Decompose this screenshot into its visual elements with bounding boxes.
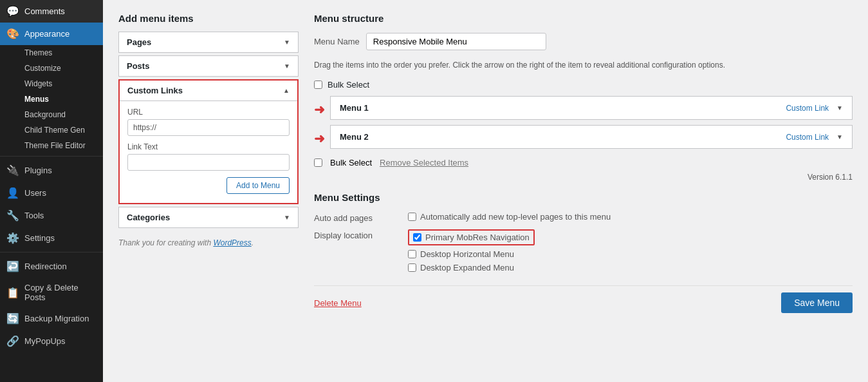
url-input[interactable]	[127, 119, 290, 136]
menu-item-2-chevron-icon[interactable]: ▼	[836, 133, 843, 140]
menu-item-1-chevron-icon[interactable]: ▼	[836, 104, 843, 111]
posts-chevron-icon: ▼	[284, 62, 290, 70]
menu-structure-title: Menu structure	[314, 13, 853, 24]
add-menu-items-panel: Add menu items Pages ▼ Posts ▼ Custom Li…	[118, 13, 299, 247]
desktop-horizontal-label: Desktop Horizontal Menu	[420, 249, 514, 259]
tools-icon: 🔧	[6, 209, 19, 222]
menu-name-label: Menu Name	[314, 37, 360, 46]
sidebar-item-customize[interactable]: Customize	[18, 61, 103, 76]
custom-links-body: URL Link Text Add to Menu	[120, 100, 297, 203]
bulk-select-bottom-checkbox[interactable]	[314, 158, 322, 167]
sidebar-item-copy-delete-posts[interactable]: 📋 Copy & Delete Posts	[0, 278, 103, 307]
bottom-bar: Delete Menu Save Menu	[314, 285, 853, 313]
pages-accordion: Pages ▼	[118, 32, 299, 53]
menu-item-1-wrapper: ➜ Menu 1 Custom Link ▼	[314, 96, 853, 122]
menu-item-1-right: Custom Link ▼	[786, 104, 843, 113]
appearance-icon: 🎨	[6, 28, 19, 40]
add-to-menu-button[interactable]: Add to Menu	[226, 177, 290, 194]
auto-add-pages-row: Auto add pages Automatically add new top…	[314, 212, 853, 223]
url-row: URL	[127, 108, 290, 136]
sep1	[0, 156, 103, 157]
sidebar-item-redirection[interactable]: ↩️ Redirection	[0, 255, 103, 278]
sidebar-item-widgets[interactable]: Widgets	[18, 76, 103, 91]
remove-selected-button[interactable]: Remove Selected Items	[380, 158, 468, 167]
plugins-icon: 🔌	[6, 164, 19, 177]
primary-mobres-row: Primary MobRes Navigation	[408, 229, 535, 245]
bulk-select-top-checkbox[interactable]	[314, 81, 322, 89]
menu-item-1: Menu 1 Custom Link ▼	[330, 96, 853, 120]
categories-chevron-icon: ▼	[284, 214, 290, 221]
menu-item-1-name: Menu 1	[340, 103, 369, 113]
posts-label: Posts	[127, 61, 149, 71]
drag-hint: Drag the items into the order you prefer…	[314, 59, 853, 71]
sidebar-item-plugins[interactable]: 🔌 Plugins	[0, 159, 103, 182]
custom-links-accordion-header[interactable]: Custom Links ▲	[120, 81, 297, 100]
mypopups-icon: 🔗	[6, 335, 19, 347]
version-text: Version 6.1.1	[314, 173, 853, 182]
sidebar-item-users[interactable]: 👤 Users	[0, 182, 103, 204]
custom-links-chevron-icon: ▲	[283, 87, 290, 94]
sidebar-item-child-theme-gen[interactable]: Child Theme Gen	[18, 122, 103, 138]
sidebar-item-themes[interactable]: Themes	[18, 45, 103, 61]
posts-accordion: Posts ▼	[118, 55, 299, 77]
pages-accordion-header[interactable]: Pages ▼	[119, 32, 298, 52]
auto-add-pages-checkbox[interactable]	[408, 213, 416, 221]
display-location-label: Display location	[314, 229, 398, 240]
desktop-horizontal-checkbox[interactable]	[408, 250, 416, 258]
menu-settings-title: Menu Settings	[314, 192, 853, 203]
content-wrapper: Add menu items Pages ▼ Posts ▼ Custom Li…	[118, 13, 853, 313]
bulk-select-top-row: Bulk Select	[314, 80, 853, 90]
sidebar: 💬 Comments 🎨 Appearance Themes Customize…	[0, 0, 103, 382]
sidebar-item-comments[interactable]: 💬 Comments	[0, 0, 103, 23]
desktop-horizontal-row: Desktop Horizontal Menu	[408, 249, 535, 259]
sidebar-item-settings[interactable]: ⚙️ Settings	[0, 227, 103, 249]
link-text-label: Link Text	[127, 142, 290, 151]
sidebar-item-backup-migration[interactable]: 🔄 Backup Migration	[0, 307, 103, 330]
users-icon: 👤	[6, 187, 19, 199]
menu-item-2-wrapper: ➜ Menu 2 Custom Link ▼	[314, 125, 853, 151]
pages-chevron-icon: ▼	[284, 39, 290, 46]
comments-icon: 💬	[6, 5, 19, 17]
auto-add-pages-text: Automatically add new top-level pages to…	[420, 212, 611, 222]
thank-you-text: Thank you for creating with WordPress.	[118, 238, 299, 247]
pages-label: Pages	[127, 37, 151, 47]
custom-links-label: Custom Links	[127, 86, 183, 95]
categories-label: Categories	[127, 213, 170, 222]
display-location-options: Primary MobRes Navigation Desktop Horizo…	[408, 229, 535, 272]
save-menu-button[interactable]: Save Menu	[781, 292, 853, 313]
menu-item-2-left: Menu 2	[340, 132, 369, 142]
menu-settings: Menu Settings Auto add pages Automatical…	[314, 192, 853, 313]
wordpress-link[interactable]: WordPress	[213, 238, 251, 247]
sidebar-item-menus[interactable]: Menus	[18, 91, 103, 107]
menu-item-2-right: Custom Link ▼	[786, 133, 843, 142]
desktop-expanded-label: Desktop Expanded Menu	[420, 263, 514, 272]
delete-menu-link[interactable]: Delete Menu	[314, 298, 362, 308]
menu2-arrow-icon: ➜	[314, 131, 325, 146]
menu-item-1-left: Menu 1	[340, 103, 369, 113]
sep2	[0, 252, 103, 253]
auto-add-pages-options: Automatically add new top-level pages to…	[408, 212, 611, 222]
url-label: URL	[127, 108, 290, 117]
sidebar-item-tools[interactable]: 🔧 Tools	[0, 204, 103, 227]
backup-icon: 🔄	[6, 312, 19, 325]
categories-accordion-header[interactable]: Categories ▼	[119, 207, 298, 227]
link-text-input[interactable]	[127, 154, 290, 171]
link-text-row: Link Text	[127, 142, 290, 171]
bulk-select-bottom-label: Bulk Select	[330, 158, 372, 167]
categories-accordion: Categories ▼	[118, 207, 299, 228]
menu-item-2-type: Custom Link	[786, 133, 829, 142]
sidebar-item-appearance[interactable]: 🎨 Appearance	[0, 23, 103, 45]
desktop-expanded-checkbox[interactable]	[408, 263, 416, 272]
menu1-arrow-icon: ➜	[314, 102, 325, 117]
menu-name-row: Menu Name	[314, 33, 853, 50]
primary-mobres-checkbox[interactable]	[413, 233, 421, 242]
settings-icon: ⚙️	[6, 232, 19, 244]
auto-add-pages-label: Auto add pages	[314, 212, 398, 223]
menu-name-input[interactable]	[366, 33, 546, 50]
sidebar-item-mypopups[interactable]: 🔗 MyPopUps	[0, 330, 103, 352]
posts-accordion-header[interactable]: Posts ▼	[119, 56, 298, 76]
sidebar-item-background[interactable]: Background	[18, 107, 103, 122]
menu-item-1-type: Custom Link	[786, 104, 829, 113]
sidebar-item-theme-file-editor[interactable]: Theme File Editor	[18, 138, 103, 153]
add-to-menu-row: Add to Menu	[127, 177, 290, 194]
